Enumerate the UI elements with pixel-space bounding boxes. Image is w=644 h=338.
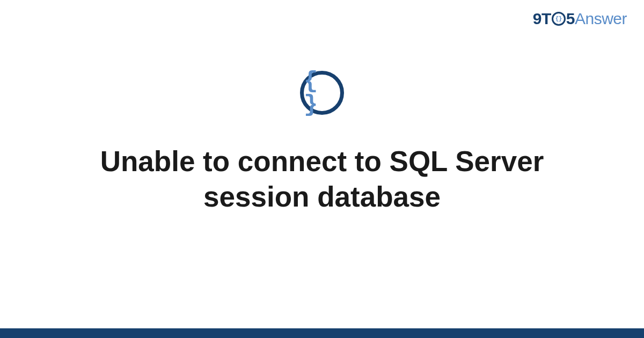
footer-bar	[0, 328, 644, 338]
logo-text-9t: 9T	[533, 10, 551, 28]
page-title: Unable to connect to SQL Server session …	[48, 144, 596, 215]
code-braces-icon: { }	[300, 71, 344, 115]
logo-o-ring: {}	[552, 12, 566, 26]
main-content: { } Unable to connect to SQL Server sess…	[0, 71, 644, 215]
logo-o-braces: {}	[555, 16, 562, 22]
braces-glyph: { }	[304, 69, 340, 116]
logo-o-icon: {}	[552, 12, 566, 26]
logo-text-5: 5	[566, 10, 575, 28]
site-logo: 9T {} 5 Answer	[533, 10, 627, 28]
logo-text-answer: Answer	[575, 10, 627, 28]
